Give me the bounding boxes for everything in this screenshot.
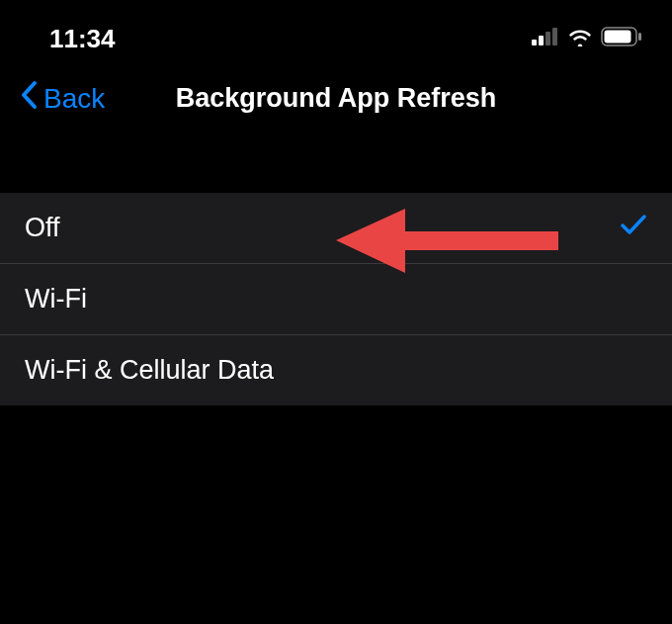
- option-label: Wi-Fi: [25, 284, 87, 314]
- back-label: Back: [43, 83, 105, 115]
- svg-rect-5: [605, 31, 631, 44]
- svg-rect-2: [546, 32, 550, 45]
- battery-icon: [601, 27, 642, 50]
- option-off[interactable]: Off: [0, 193, 672, 264]
- wifi-icon: [567, 27, 593, 50]
- status-time: 11:34: [49, 24, 116, 54]
- svg-rect-0: [532, 40, 537, 45]
- back-button[interactable]: Back: [18, 79, 105, 118]
- options-list: Off Wi-Fi Wi-Fi & Cellular Data: [0, 193, 672, 405]
- svg-rect-6: [638, 33, 641, 41]
- chevron-left-icon: [18, 79, 40, 118]
- option-label: Wi-Fi & Cellular Data: [25, 355, 274, 386]
- option-wifi-cellular[interactable]: Wi-Fi & Cellular Data: [0, 335, 672, 405]
- section-spacer: [0, 145, 672, 193]
- option-wifi[interactable]: Wi-Fi: [0, 264, 672, 335]
- status-bar: 11:34: [0, 0, 672, 59]
- svg-rect-3: [552, 28, 557, 45]
- option-label: Off: [25, 213, 60, 243]
- checkmark-icon: [620, 213, 647, 243]
- cellular-signal-icon: [532, 28, 559, 49]
- status-icons: [532, 27, 642, 50]
- svg-rect-1: [539, 36, 544, 45]
- nav-bar: Back Background App Refresh: [0, 59, 672, 145]
